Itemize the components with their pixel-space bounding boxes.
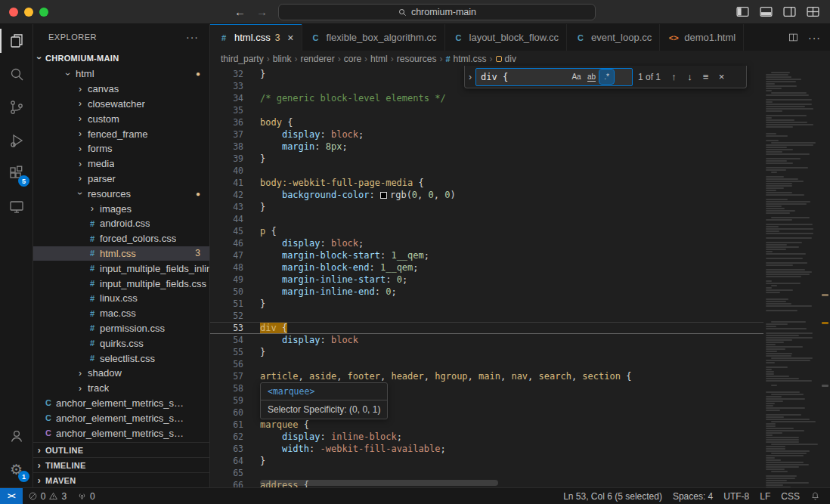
close-find-icon[interactable]: × [714, 69, 729, 85]
breadcrumb-item-html.css[interactable]: #html.css [445, 54, 486, 64]
navigate-back-icon[interactable]: ← [234, 5, 246, 18]
code-line[interactable]: 36body { [210, 116, 763, 128]
tree-file-quirks.css[interactable]: #quirks.css [33, 335, 209, 351]
horizontal-scrollbar[interactable] [260, 480, 498, 486]
tree-folder-forms[interactable]: ›forms [33, 141, 209, 156]
workspace-root-folder[interactable]: › CHROMIUM-MAIN [33, 50, 209, 66]
tree-folder-fenced-frame[interactable]: ›fenced_frame [33, 126, 209, 141]
tree-file-linux.css[interactable]: #linux.css [33, 291, 209, 306]
tree-file-anchor-element-metrics-s-[interactable]: Canchor_element_metrics_s… [33, 396, 209, 411]
status-language[interactable]: CSS [776, 488, 805, 504]
code-line[interactable]: 48 margin-block-end: 1__qem; [210, 261, 763, 274]
breadcrumb-item-div[interactable]: div [496, 54, 516, 64]
code-line[interactable]: 51} [210, 298, 763, 310]
problems-status[interactable]: 0 3 [23, 488, 72, 504]
code-line[interactable]: 34/* generic block-level elements */ [210, 92, 763, 104]
command-center-search[interactable]: chromium-main [278, 4, 596, 20]
activity-item-accounts[interactable] [0, 419, 33, 453]
tree-folder-images[interactable]: ›images [33, 201, 209, 216]
code-line[interactable]: 39} [210, 153, 763, 165]
tree-file-android.css[interactable]: #android.css [33, 216, 209, 231]
code-line[interactable]: 50 margin-inline-end: 0; [210, 286, 763, 298]
activity-item-settings[interactable]: ⚙1 [0, 453, 33, 486]
ports-status[interactable]: 0 [72, 488, 101, 504]
status-indentation[interactable]: Spaces: 4 [667, 488, 718, 504]
tree-file-input-multiple-fields-inlin-[interactable]: #input_multiple_fields_inlin… [33, 261, 209, 276]
tree-folder-resources[interactable]: ›resources● [33, 186, 209, 201]
close-window-button[interactable] [9, 8, 18, 17]
code-line[interactable]: 40 [210, 165, 763, 177]
tree-file-permission.css[interactable]: #permission.css [33, 321, 209, 336]
code-line[interactable]: 41body:-webkit-full-page-media { [210, 177, 763, 189]
breadcrumb-item-resources[interactable]: resources [397, 54, 437, 64]
find-in-selection-icon[interactable]: ≡ [698, 69, 714, 85]
code-line[interactable]: 54 display: block [210, 334, 763, 346]
whole-word-toggle[interactable]: ab [584, 70, 599, 84]
toggle-replace-icon[interactable]: › [465, 66, 475, 88]
code-line[interactable]: 37 display: block; [210, 128, 763, 141]
minimap[interactable] [763, 67, 820, 487]
tree-file-html.css[interactable]: #html.css3 [33, 246, 209, 261]
tree-folder-closewatcher[interactable]: ›closewatcher [33, 97, 209, 112]
customize-layout-icon[interactable] [807, 6, 819, 17]
code-line[interactable]: 56 [210, 358, 763, 370]
code-line[interactable]: 62 display: inline-block; [210, 431, 763, 443]
remote-indicator[interactable]: >< [0, 488, 23, 504]
code-line[interactable]: 38 margin: 8px; [210, 141, 763, 153]
activity-item-search[interactable] [0, 57, 33, 91]
find-input[interactable] [481, 72, 568, 82]
toggle-panel-icon[interactable] [760, 6, 773, 17]
status-encoding[interactable]: UTF-8 [718, 488, 754, 504]
tree-file-anchor-element-metrics-s-[interactable]: Canchor_element_metrics_s… [33, 425, 209, 441]
code-line[interactable]: 42 background-color: rgb(0, 0, 0) [210, 189, 763, 201]
match-case-toggle[interactable]: Aa [569, 70, 584, 84]
tree-folder-parser[interactable]: ›parser [33, 172, 209, 187]
code-line[interactable]: 55} [210, 346, 763, 358]
sidebar-section-outline[interactable]: ›OUTLINE [33, 442, 209, 457]
code-line[interactable]: 35 [210, 104, 763, 116]
navigate-forward-icon[interactable]: → [256, 5, 268, 18]
tree-folder-track[interactable]: ›track [33, 381, 209, 396]
tree-folder-html[interactable]: ›html● [33, 66, 209, 82]
breadcrumb-item-html[interactable]: html [370, 54, 388, 64]
toggle-secondary-sidebar-icon[interactable] [783, 6, 796, 17]
code-line[interactable]: 65 [210, 467, 763, 479]
tree-folder-canvas[interactable]: ›canvas [33, 82, 209, 97]
code-line[interactable]: 57article, aside, footer, header, hgroup… [210, 370, 763, 382]
code-line[interactable]: 45p { [210, 225, 763, 237]
code-line[interactable]: 63 width: -webkit-fill-available; [210, 443, 763, 455]
tree-file-forced-colors.css[interactable]: #forced_colors.css [33, 231, 209, 246]
close-tab-icon[interactable]: × [287, 32, 293, 44]
activity-item-explorer[interactable] [0, 24, 33, 57]
sidebar-section-timeline[interactable]: ›TIMELINE [33, 457, 209, 472]
code-lines[interactable]: 32}3334/* generic block-level elements *… [210, 67, 763, 487]
tab-html.css[interactable]: #html.css3× [210, 24, 302, 51]
tree-file-mac.css[interactable]: #mac.css [33, 306, 209, 321]
tree-folder-shadow[interactable]: ›shadow [33, 366, 209, 381]
code-line[interactable]: 47 margin-block-start: 1__qem; [210, 249, 763, 261]
activity-item-run-debug[interactable] [0, 124, 33, 157]
tree-folder-media[interactable]: ›media [33, 156, 209, 172]
code-line[interactable]: 44 [210, 213, 763, 225]
code-line[interactable]: 61marquee { [210, 419, 763, 431]
split-editor-icon[interactable] [788, 32, 799, 43]
notifications-button[interactable] [805, 488, 825, 504]
tree-file-selectlist.css[interactable]: #selectlist.css [33, 351, 209, 366]
sidebar-section-maven[interactable]: ›MAVEN [33, 472, 209, 487]
code-line[interactable]: 43} [210, 201, 763, 213]
tab-demo1.html[interactable]: <>demo1.html [660, 24, 744, 51]
tree-file-anchor-element-metrics-s-[interactable]: Canchor_element_metrics_s… [33, 410, 209, 425]
code-line[interactable]: 52 [210, 310, 763, 322]
toggle-primary-sidebar-icon[interactable] [736, 6, 749, 17]
breadcrumb-item-blink[interactable]: blink [273, 54, 292, 64]
explorer-more-actions-icon[interactable]: ··· [186, 31, 199, 43]
next-match-icon[interactable]: ↓ [682, 69, 698, 85]
minimize-window-button[interactable] [24, 8, 33, 17]
tab-flexible-box-algorithm.cc[interactable]: Cflexible_box_algorithm.cc [302, 24, 445, 51]
activity-item-extensions[interactable]: 5 [0, 157, 33, 190]
breadcrumb-item-core[interactable]: core [344, 54, 361, 64]
code-line[interactable]: 49 margin-inline-start: 0; [210, 274, 763, 286]
regex-toggle[interactable]: .* [599, 70, 614, 84]
previous-match-icon[interactable]: ↑ [666, 69, 682, 85]
breadcrumb-item-renderer[interactable]: renderer [300, 54, 334, 64]
